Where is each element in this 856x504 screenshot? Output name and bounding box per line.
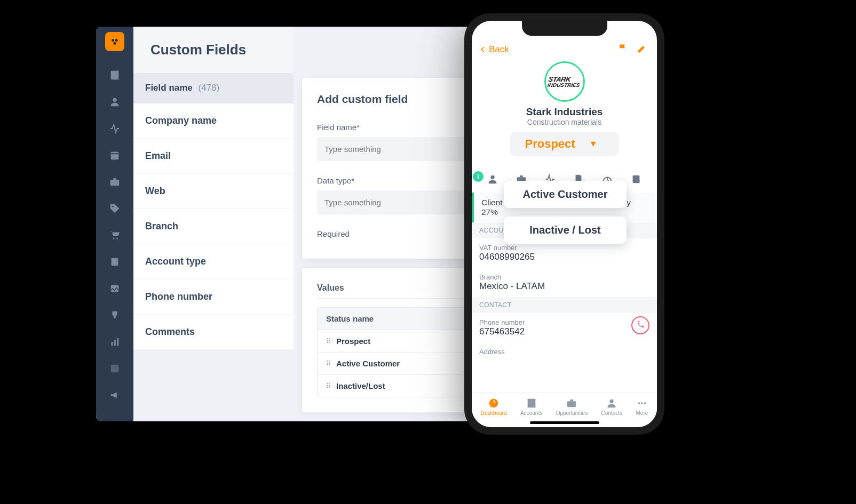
vat-value: 04608990265	[479, 252, 649, 262]
svg-rect-11	[112, 342, 113, 346]
field-count: (478)	[199, 83, 220, 93]
value-cell: Prospect	[336, 337, 370, 346]
back-button[interactable]: Back	[479, 44, 509, 55]
field-list-column: Custom Fields Field name (478) Company n…	[133, 27, 294, 421]
svg-point-0	[112, 39, 114, 42]
nav-accounts[interactable]: Accounts	[520, 397, 542, 416]
values-row[interactable]: ⠿ Active Customer	[318, 352, 488, 374]
svg-rect-9	[112, 258, 118, 266]
branch-label: Branch	[479, 273, 649, 281]
desktop-app: Custom Fields Field name (478) Company n…	[96, 27, 512, 421]
company-name: Stark Industries	[481, 106, 647, 118]
field-item[interactable]: Company name	[133, 103, 294, 139]
svg-rect-19	[567, 401, 576, 407]
status-option[interactable]: Inactive / Lost	[504, 217, 627, 244]
activity-icon[interactable]	[109, 123, 121, 134]
svg-point-1	[115, 39, 118, 42]
note-edit-tab-icon[interactable]	[630, 173, 642, 187]
nav-label: Contacts	[601, 410, 622, 416]
nav-opportunities[interactable]: Opportunities	[556, 397, 588, 416]
data-type-label: Data type*	[317, 176, 489, 185]
status-option[interactable]: Active Customer	[504, 181, 627, 208]
values-title: Values	[317, 283, 489, 299]
company-subtitle: Construction materials	[481, 118, 647, 126]
nav-dashboard[interactable]: Dashboard	[481, 397, 507, 416]
contacts-tab-icon[interactable]	[487, 173, 498, 187]
phone-number-value: 675463542	[479, 326, 649, 337]
bars-icon[interactable]	[109, 336, 121, 348]
field-item[interactable]: Account type	[133, 244, 294, 279]
svg-point-15	[490, 175, 494, 179]
drag-handle-icon[interactable]: ⠿	[326, 360, 330, 367]
contacts-icon[interactable]	[109, 96, 121, 108]
field-item[interactable]: Phone number	[133, 279, 294, 315]
field-name-input[interactable]	[317, 137, 489, 161]
phone-bottom-nav: Dashboard Accounts Opportunities Contact…	[472, 393, 657, 418]
image-icon[interactable]	[109, 283, 121, 294]
sidebar	[96, 27, 133, 421]
megaphone-icon[interactable]	[109, 389, 121, 401]
phone-number-row: Phone number 675463542	[472, 313, 657, 342]
svg-point-8	[116, 238, 118, 239]
values-table: Status name ⠿ Prospect ⠿ Active Customer…	[317, 307, 489, 397]
phone-device: Back STARK INDUSTRIES Stark Industries C…	[464, 13, 664, 435]
logo-text-2: INDUSTRIES	[547, 82, 580, 87]
trophy-icon[interactable]	[109, 309, 121, 321]
nav-label: Dashboard	[481, 410, 507, 416]
status-label: Prospect	[525, 137, 575, 151]
accounts-icon[interactable]	[109, 69, 121, 81]
logo-text-1: STARK	[548, 76, 582, 83]
nav-label: More	[636, 410, 648, 416]
status-dropdown-options: Active Customer Inactive / Lost	[504, 181, 627, 252]
drag-handle-icon[interactable]: ⠿	[326, 338, 330, 345]
field-item[interactable]: Branch	[133, 209, 294, 244]
drag-handle-icon[interactable]: ⠿	[326, 382, 330, 390]
values-row[interactable]: ⠿ Prospect	[318, 330, 488, 352]
phone-screen: Back STARK INDUSTRIES Stark Industries C…	[472, 21, 657, 427]
values-row[interactable]: ⠿ Inactive/Lost	[318, 374, 488, 397]
field-item[interactable]: Email	[133, 139, 294, 174]
edit-icon[interactable]	[637, 43, 647, 56]
svg-point-18	[489, 399, 498, 408]
field-item[interactable]: Web	[133, 174, 294, 209]
flag-icon[interactable]	[617, 43, 628, 56]
svg-rect-13	[117, 338, 119, 346]
tag-icon[interactable]	[109, 203, 121, 214]
home-indicator[interactable]	[530, 421, 599, 424]
company-logo: STARK INDUSTRIES	[544, 61, 585, 102]
svg-rect-12	[114, 340, 116, 346]
call-button[interactable]	[631, 316, 649, 334]
svg-point-23	[644, 402, 646, 404]
chart-box-icon[interactable]	[109, 363, 121, 374]
svg-rect-14	[111, 365, 119, 373]
svg-rect-5	[110, 180, 120, 186]
svg-point-21	[638, 402, 640, 404]
back-label: Back	[489, 44, 509, 55]
status-dropdown[interactable]: Prospect ▼	[510, 132, 619, 156]
briefcase-icon[interactable]	[109, 176, 121, 188]
svg-point-20	[610, 399, 614, 403]
top-actions	[617, 43, 647, 56]
field-item[interactable]: Comments	[133, 315, 294, 350]
chevron-down-icon: ▼	[589, 139, 598, 149]
svg-point-2	[114, 42, 116, 45]
required-label: Required	[317, 229, 489, 238]
cart-icon[interactable]	[109, 229, 121, 241]
data-type-input[interactable]	[317, 190, 489, 214]
main-content: Custom Fields Field name (478) Company n…	[133, 27, 512, 421]
svg-point-22	[641, 402, 643, 404]
phone-notch	[522, 21, 607, 36]
app-logo[interactable]	[105, 32, 124, 51]
info-badge-icon[interactable]: i	[473, 171, 484, 182]
company-header: STARK INDUSTRIES Stark Industries Constr…	[472, 61, 657, 164]
branch-row: Branch Mexico - LATAM	[472, 268, 657, 297]
values-column-header: Status name	[318, 308, 488, 330]
nav-more[interactable]: More	[636, 397, 648, 416]
value-cell: Active Customer	[336, 359, 400, 368]
svg-rect-4	[111, 152, 119, 160]
field-name-label: Field name*	[317, 123, 489, 132]
nav-contacts[interactable]: Contacts	[601, 397, 622, 416]
calendar-icon[interactable]	[109, 149, 121, 161]
notes-icon[interactable]	[109, 256, 121, 268]
form-title: Add custom field	[317, 93, 489, 106]
